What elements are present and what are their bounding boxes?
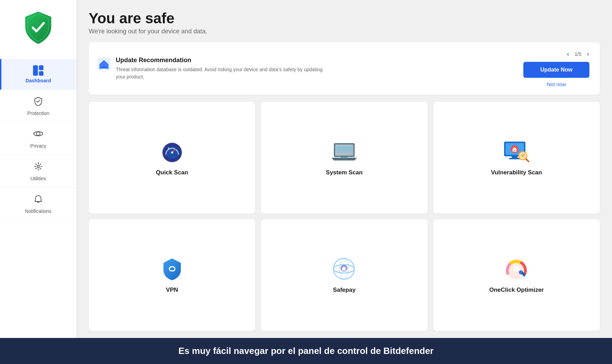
shield-logo <box>23 10 54 45</box>
update-card-title: Update Recommendation <box>116 57 522 64</box>
svg-point-12 <box>178 154 179 155</box>
sidebar-item-dashboard[interactable]: Dashboard <box>0 59 76 90</box>
svg-point-36 <box>514 266 519 272</box>
sidebar-item-label-dashboard: Dashboard <box>25 78 51 83</box>
svg-rect-15 <box>336 147 353 148</box>
feature-card-safepay[interactable]: Safepay <box>261 219 427 331</box>
sidebar-item-notifications[interactable]: Notifications <box>0 188 76 221</box>
feature-label-quick-scan: Quick Scan <box>156 169 188 176</box>
sidebar: Dashboard Protection <box>0 0 76 338</box>
feature-card-system-scan[interactable]: System Scan <box>261 102 427 214</box>
sidebar-item-label-privacy: Privacy <box>30 143 46 149</box>
utilities-icon <box>33 162 43 174</box>
svg-rect-4 <box>103 66 105 68</box>
sidebar-item-label-protection: Protection <box>27 110 49 116</box>
sidebar-item-utilities[interactable]: Utilities <box>0 155 76 188</box>
feature-label-system-scan: System Scan <box>326 169 363 176</box>
feature-label-vulnerability-scan: Vulnerability Scan <box>491 169 542 176</box>
svg-point-37 <box>519 270 523 274</box>
svg-point-11 <box>168 148 169 149</box>
bottom-banner-text: Es muy fácil navegar por el panel de con… <box>178 346 434 356</box>
svg-point-2 <box>37 165 39 167</box>
sidebar-item-privacy[interactable]: Privacy <box>0 123 76 155</box>
update-card-left: Update Recommendation Threat information… <box>97 57 522 81</box>
feature-label-safepay: Safepay <box>333 287 355 293</box>
svg-rect-18 <box>341 157 348 158</box>
sidebar-item-label-notifications: Notifications <box>25 208 51 214</box>
feature-grid: Quick Scan <box>89 102 600 331</box>
svg-point-0 <box>37 132 40 135</box>
feature-label-oneclick-optimizer: OneClick Optimizer <box>489 287 544 293</box>
sidebar-item-label-utilities: Utilities <box>30 176 46 181</box>
page-subtitle: We're looking out for your device and da… <box>89 28 600 35</box>
logo-area <box>23 10 54 49</box>
svg-rect-16 <box>336 149 353 150</box>
svg-rect-34 <box>342 268 346 271</box>
dashboard-icon <box>33 65 43 76</box>
svg-rect-22 <box>509 158 520 159</box>
update-now-button[interactable]: Update Now <box>523 62 589 78</box>
nav-items: Dashboard Protection <box>0 59 76 221</box>
pagination: ‹ 1/5 › <box>565 50 591 58</box>
bottom-banner: Es muy fácil navegar por el panel de con… <box>0 338 612 364</box>
safepay-icon <box>330 257 358 281</box>
svg-rect-17 <box>336 151 353 152</box>
privacy-icon <box>33 129 43 141</box>
svg-point-10 <box>165 154 167 155</box>
oneclick-optimizer-icon <box>502 257 530 281</box>
vulnerability-scan-icon <box>502 139 530 164</box>
update-card-right: ‹ 1/5 › Update Now Not now <box>522 50 591 87</box>
not-now-button[interactable]: Not now <box>547 81 566 87</box>
notifications-icon <box>33 194 43 206</box>
quick-scan-icon <box>158 139 186 164</box>
svg-line-28 <box>526 159 529 162</box>
protection-icon <box>33 96 43 108</box>
update-card-description: Threat information database is outdated.… <box>116 66 324 81</box>
sidebar-item-protection[interactable]: Protection <box>0 90 76 123</box>
svg-rect-21 <box>512 156 518 158</box>
svg-point-25 <box>514 150 515 151</box>
feature-label-vpn: VPN <box>166 287 178 293</box>
update-recommendation-card: Update Recommendation Threat information… <box>89 42 600 95</box>
app-container: Dashboard Protection <box>0 0 612 338</box>
home-icon <box>97 57 111 71</box>
pagination-indicator: 1/5 <box>575 51 581 57</box>
pagination-next-button[interactable]: › <box>585 50 591 58</box>
update-card-text: Update Recommendation Threat information… <box>116 57 522 81</box>
svg-point-9 <box>171 151 173 154</box>
page-title: You are safe <box>89 10 600 26</box>
feature-card-quick-scan[interactable]: Quick Scan <box>89 102 255 214</box>
feature-card-vpn[interactable]: VPN <box>89 219 255 331</box>
feature-card-oneclick-optimizer[interactable]: OneClick Optimizer <box>433 219 600 331</box>
feature-card-vulnerability-scan[interactable]: Vulnerability Scan <box>433 102 600 214</box>
pagination-prev-button[interactable]: ‹ <box>565 50 571 58</box>
main-content: You are safe We're looking out for your … <box>76 0 612 338</box>
vpn-icon <box>158 257 186 281</box>
system-scan-icon <box>330 139 358 164</box>
header: You are safe We're looking out for your … <box>89 10 600 35</box>
